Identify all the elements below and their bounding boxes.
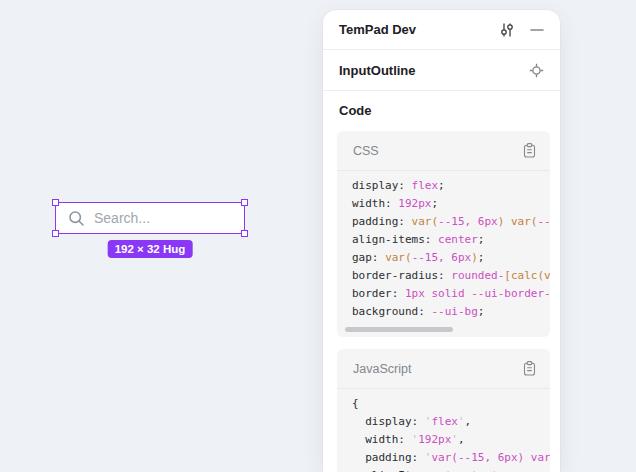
code-line: width: '192px', [352, 431, 550, 449]
crosshair-icon [529, 63, 544, 78]
code-line: gap: var(--15, 6px); [352, 249, 550, 267]
selection-handle-bottom-left[interactable] [52, 230, 59, 237]
settings-button[interactable] [499, 22, 515, 38]
code-line: padding: 'var(--15, 6px) var(--15, 6px)'… [352, 449, 550, 467]
code-line: width: 192px; [352, 195, 550, 213]
scrollbar-thumb[interactable] [345, 327, 453, 332]
panel-header: TemPad Dev [323, 10, 560, 50]
clipboard-icon [523, 143, 536, 158]
sliders-icon [499, 22, 515, 38]
component-name: InputOutline [339, 63, 529, 78]
css-code-card: CSS display: flex;width: 192px;padding: … [337, 131, 550, 337]
code-line: background: --ui-bg; [352, 303, 550, 321]
javascript-card-header: JavaScript [337, 349, 550, 389]
tempad-dev-plugin-panel: TemPad Dev InputOutline [323, 10, 560, 472]
code-line: align-items: center; [352, 231, 550, 249]
locate-component-button[interactable] [529, 63, 544, 78]
code-section: Code CSS display: flex;width: 192px;padd [323, 91, 560, 472]
selected-component-row: InputOutline [323, 50, 560, 91]
copy-javascript-button[interactable] [523, 361, 536, 376]
css-card-header: CSS [337, 131, 550, 171]
code-line: { [352, 395, 550, 413]
minimize-button[interactable] [530, 23, 544, 37]
selection-dimensions-badge: 192 × 32 Hug [108, 240, 193, 258]
clipboard-icon [523, 361, 536, 376]
css-code-body: display: flex;width: 192px;padding: var(… [337, 171, 550, 321]
panel-title: TemPad Dev [339, 22, 499, 37]
code-line: alignItems: 'center', [352, 467, 550, 472]
magnifier-icon [68, 210, 85, 227]
code-section-title: Code [339, 103, 550, 119]
javascript-card-label: JavaScript [353, 362, 523, 376]
javascript-code-body: { display: 'flex', width: '192px', paddi… [337, 389, 550, 472]
selection-handle-top-left[interactable] [52, 199, 59, 206]
css-card-label: CSS [353, 144, 523, 158]
copy-css-button[interactable] [523, 143, 536, 158]
minus-icon [530, 23, 544, 37]
code-line: border: 1px solid --ui-border-input; [352, 285, 550, 303]
code-line: border-radius: rounded-[calc(var(--radiu… [352, 267, 550, 285]
selection-handle-top-right[interactable] [241, 199, 248, 206]
selection-handle-bottom-right[interactable] [241, 230, 248, 237]
search-placeholder-text: Search... [94, 210, 150, 226]
horizontal-scrollbar [337, 321, 550, 337]
javascript-code-card: JavaScript { display: 'flex', width: '19… [337, 349, 550, 472]
code-line: display: flex; [352, 177, 550, 195]
canvas-search-input-component[interactable]: Search... [55, 202, 245, 234]
code-line: display: 'flex', [352, 413, 550, 431]
code-line: padding: var(--15, 6px) var(--15, 6px); [352, 213, 550, 231]
